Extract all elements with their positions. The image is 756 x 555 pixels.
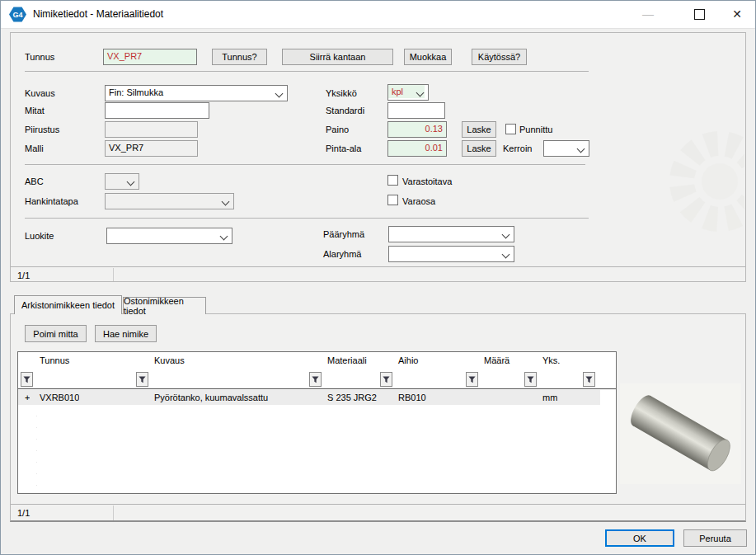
punnittu-checkbox[interactable] [505, 124, 516, 134]
hankintatapa-label: Hankintatapa [25, 196, 78, 206]
paino-input[interactable]: 0.13 [387, 121, 447, 138]
kuvaus-dropdown[interactable]: Fin: Silmukka [105, 85, 288, 101]
chevron-down-icon [127, 178, 135, 186]
tab-label: Ostonimikkeen tiedot [124, 296, 205, 316]
titlebar: G4 Nimiketiedot - Materiaalitiedot — ✕ [1, 1, 755, 29]
nimiketiedot-dialog: G4 Nimiketiedot - Materiaalitiedot — ✕ T… [0, 0, 756, 555]
chevron-down-icon [577, 145, 585, 153]
alaryhma-dropdown[interactable] [388, 246, 514, 262]
material-form-panel: Tunnus VX_PR7 Tunnus? Siirrä kantaan Muo… [10, 32, 746, 282]
tab-label: Arkistonimikkeen tiedot [21, 300, 115, 310]
siirra-kantaan-button[interactable]: Siirrä kantaan [282, 49, 393, 65]
piirustus-label: Piirustus [25, 125, 59, 134]
tunnus-input[interactable]: VX_PR7 [103, 49, 197, 65]
table-record-count: 1/1 [17, 508, 30, 518]
window-title: Nimiketiedot - Materiaalitiedot [33, 8, 163, 20]
table-header-row: Tunnus Kuvaus Materiaali Aihio Määrä Yks… [18, 352, 616, 370]
table-record-pager: 1/1 [11, 504, 745, 521]
col-materiaali[interactable]: Materiaali [327, 355, 367, 365]
malli-label: Malli [25, 143, 44, 153]
abc-label: ABC [25, 176, 44, 186]
filter-button-maara[interactable] [524, 372, 537, 387]
muokkaa-button[interactable]: Muokkaa [404, 49, 452, 65]
funnel-icon [468, 376, 476, 383]
paino-label: Paino [326, 125, 349, 134]
tab-ostonimikkeen-tiedot[interactable]: Ostonimikkeen tiedot [123, 297, 206, 314]
funnel-icon [139, 376, 146, 383]
ok-button[interactable]: OK [605, 529, 674, 547]
close-icon: ✕ [732, 7, 742, 21]
filter-button-marker[interactable] [21, 372, 33, 387]
form-record-pager: 1/1 [11, 266, 745, 282]
pinta-ala-label: Pinta-ala [326, 143, 361, 153]
filter-button-kuvaus[interactable] [309, 372, 322, 387]
funnel-icon [23, 376, 31, 383]
standardi-input[interactable] [387, 102, 445, 119]
kuvaus-value: Fin: Silmukka [109, 87, 272, 97]
piirustus-input[interactable] [105, 121, 198, 138]
funnel-icon [527, 376, 534, 383]
chevron-down-icon [502, 251, 510, 259]
paaryhma-dropdown[interactable] [388, 226, 514, 242]
part-preview-image [620, 383, 741, 484]
col-kuvaus[interactable]: Kuvaus [154, 355, 185, 365]
peruuta-button[interactable]: Peruuta [683, 529, 747, 547]
poimi-mitta-button[interactable]: Poimi mitta [25, 325, 87, 342]
mitat-label: Mitat [25, 106, 45, 115]
cell-yks: mm [542, 393, 557, 402]
app-icon: G4 [9, 7, 26, 22]
tab-arkistonimikkeen-tiedot[interactable]: Arkistonimikkeen tiedot [14, 295, 122, 314]
nimike-table: Tunnus Kuvaus Materiaali Aihio Määrä Yks… [17, 351, 617, 494]
table-row[interactable]: + VXRB010 Pyörötanko, kuumavalssattu S 2… [18, 390, 600, 405]
col-maara[interactable]: Määrä [484, 355, 509, 365]
hae-nimike-button[interactable]: Hae nimike [95, 325, 157, 342]
kaytossa-question-button[interactable]: Käytössä? [472, 49, 527, 65]
col-tunnus[interactable]: Tunnus [40, 355, 69, 365]
filter-button-yks[interactable] [583, 372, 595, 387]
tunnus-label: Tunnus [25, 52, 54, 62]
paaryhma-label: Pääryhmä [323, 229, 364, 239]
chevron-down-icon [220, 233, 228, 241]
yksikko-dropdown[interactable]: kpl [387, 84, 429, 101]
tunnus-question-button[interactable]: Tunnus? [212, 49, 267, 65]
row-marker: + [25, 393, 30, 402]
laske-paino-button[interactable]: Laske [462, 121, 496, 138]
hankintatapa-dropdown[interactable] [105, 193, 234, 209]
abc-dropdown[interactable] [105, 173, 139, 190]
close-button[interactable]: ✕ [720, 1, 754, 27]
chevron-down-icon [222, 198, 230, 206]
varaosa-checkbox[interactable] [387, 195, 398, 205]
cell-kuvaus: Pyörötanko, kuumavalssattu [154, 393, 268, 402]
separator [25, 71, 589, 72]
gear-watermark [608, 78, 744, 280]
minimize-icon: — [642, 7, 654, 21]
kerroin-label: Kerroin [503, 143, 532, 153]
table-empty-rows [18, 405, 616, 493]
separator [25, 164, 585, 165]
pager-divider [113, 506, 114, 520]
funnel-icon [383, 376, 390, 383]
malli-input[interactable]: VX_PR7 [105, 140, 198, 157]
cell-aihio: RB010 [398, 393, 426, 402]
luokite-dropdown[interactable] [106, 228, 232, 244]
pinta-ala-input[interactable]: 0.01 [387, 140, 447, 157]
punnittu-label: Punnittu [519, 125, 552, 134]
laske-pinta-ala-button[interactable]: Laske [462, 140, 496, 157]
alaryhma-label: Alaryhmä [323, 249, 361, 259]
separator [25, 218, 589, 219]
mitat-input[interactable] [105, 102, 209, 119]
filter-button-tunnus[interactable] [136, 372, 148, 387]
kerroin-dropdown[interactable] [543, 140, 589, 157]
kuvaus-label: Kuvaus [25, 88, 55, 98]
col-aihio[interactable]: Aihio [398, 355, 418, 365]
filter-button-aihio[interactable] [466, 372, 478, 387]
col-yks[interactable]: Yks. [542, 355, 560, 365]
filter-button-materiaali[interactable] [380, 372, 392, 387]
maximize-button[interactable] [682, 1, 716, 27]
standardi-label: Standardi [326, 106, 364, 115]
arkistonimike-tab-panel: Poimi mitta Hae nimike Tunnus Kuvaus Mat… [10, 313, 746, 522]
varastoitava-checkbox[interactable] [387, 175, 398, 186]
varastoitava-label: Varastoitava [402, 176, 452, 186]
minimize-button[interactable]: — [631, 1, 665, 27]
varaosa-label: Varaosa [402, 196, 435, 206]
